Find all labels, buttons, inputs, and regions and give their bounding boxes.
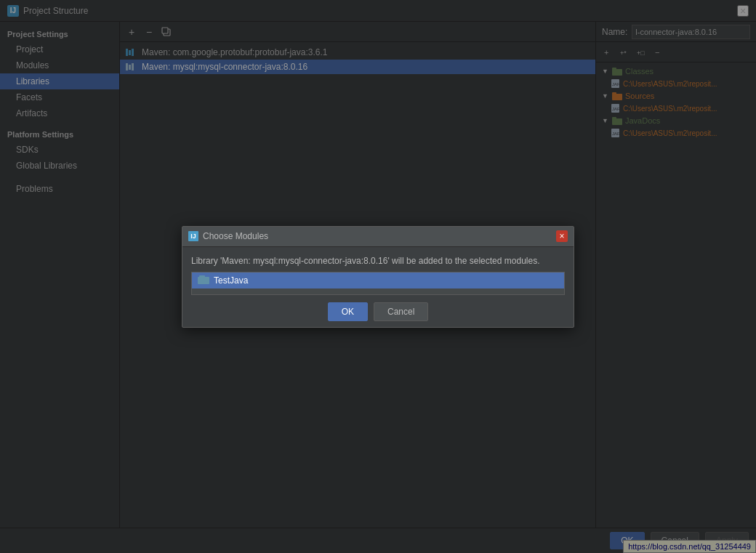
svg-rect-19 (199, 275, 205, 278)
modal-close-button[interactable]: × (556, 230, 568, 242)
modal-message: Library 'Maven: mysql:mysql-connector-ja… (191, 256, 565, 266)
modal-ok-button[interactable]: OK (328, 302, 368, 321)
modal-cancel-button[interactable]: Cancel (374, 302, 428, 321)
modal-titlebar: IJ Choose Modules × (182, 227, 574, 247)
modal-buttons: OK Cancel (191, 302, 565, 321)
module-icon (198, 275, 209, 286)
modal-title-content: IJ Choose Modules (188, 231, 268, 241)
modal-body: Library 'Maven: mysql:mysql-connector-ja… (182, 247, 574, 327)
modal-title-icon: IJ (188, 231, 198, 241)
modal-overlay: IJ Choose Modules × Library 'Maven: mysq… (0, 0, 756, 553)
modal-title-text: Choose Modules (203, 231, 268, 241)
choose-modules-dialog: IJ Choose Modules × Library 'Maven: mysq… (182, 226, 574, 328)
module-list: TestJava (191, 272, 565, 295)
module-list-item[interactable]: TestJava (192, 273, 564, 288)
